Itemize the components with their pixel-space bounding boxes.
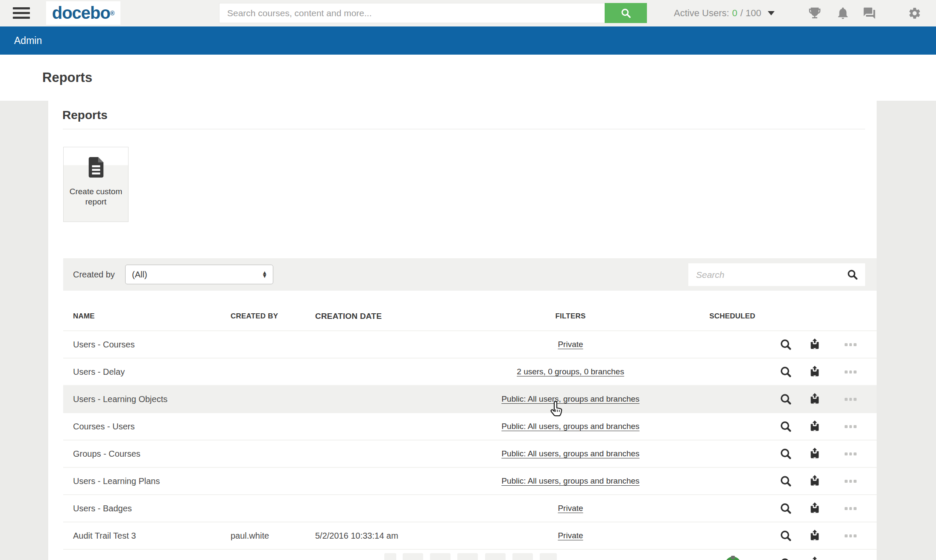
report-filters-cell: Public: All users, groups and branches xyxy=(464,440,677,467)
report-name: Groups - Courses xyxy=(73,440,140,467)
panel-heading: Reports xyxy=(62,108,108,122)
export-icon[interactable] xyxy=(809,557,821,560)
gamification-trophy-icon[interactable] xyxy=(808,6,822,20)
created-by-select[interactable]: (All) ▲▼ xyxy=(125,265,273,284)
table-row: Courses - UsersPublic: All users, groups… xyxy=(63,413,877,440)
pagination-button[interactable] xyxy=(485,553,506,560)
create-custom-report-card[interactable]: Create custom report xyxy=(63,147,129,222)
table-row: Users - Learning PlansPublic: All users,… xyxy=(63,468,877,495)
report-filters-cell: Public: All users, groups and branches xyxy=(464,468,677,494)
global-search xyxy=(219,3,647,23)
export-icon[interactable] xyxy=(809,530,821,542)
table-body: Users - CoursesPrivateUsers - Delay2 use… xyxy=(63,331,877,550)
report-filters-link[interactable]: Public: All users, groups and branches xyxy=(501,449,639,458)
global-search-button[interactable] xyxy=(605,3,647,23)
table-header-row: NAME CREATED BY CREATION DATE FILTERS SC… xyxy=(63,301,877,331)
column-header-scheduled[interactable]: SCHEDULED xyxy=(626,301,839,331)
more-options-icon[interactable] xyxy=(845,397,857,401)
report-filters-link[interactable]: Private xyxy=(558,504,583,513)
report-search xyxy=(688,263,865,286)
settings-gear-icon[interactable] xyxy=(908,6,921,20)
report-filters-link[interactable]: Public: All users, groups and branches xyxy=(501,476,639,486)
preview-icon[interactable] xyxy=(780,420,792,432)
report-name: Courses - Users xyxy=(73,413,135,440)
pagination-button[interactable] xyxy=(540,553,557,560)
table-row: Audit Trail Test 3paul.white5/2/2016 10:… xyxy=(63,522,877,550)
column-header-created-by[interactable]: CREATED BY xyxy=(231,301,278,331)
hamburger-menu-icon[interactable] xyxy=(13,7,30,19)
report-search-input[interactable] xyxy=(688,270,847,280)
report-filters-cell: 2 users, 0 groups, 0 branches xyxy=(464,359,677,385)
table-row: Users - Learning ObjectsPublic: All user… xyxy=(63,386,877,413)
reports-panel: Reports Create custom report Created by … xyxy=(48,101,877,560)
active-users-dropdown[interactable]: Active Users: 0 / 100 xyxy=(674,0,775,26)
report-filters-link[interactable]: Private xyxy=(558,340,583,349)
preview-icon[interactable] xyxy=(780,366,792,378)
active-users-label: Active Users: xyxy=(674,8,729,19)
select-updown-icon: ▲▼ xyxy=(262,271,267,278)
pagination-button[interactable] xyxy=(403,553,423,560)
report-filters-cell: Private xyxy=(464,522,677,549)
export-icon[interactable] xyxy=(809,448,821,460)
pagination-button[interactable] xyxy=(430,553,450,560)
filter-bar: Created by (All) ▲▼ xyxy=(63,258,877,291)
heading-divider xyxy=(63,129,865,129)
report-name: Users - Courses xyxy=(73,331,135,358)
page-title-band: Reports xyxy=(0,55,936,101)
messages-chat-icon[interactable] xyxy=(863,6,876,20)
preview-icon[interactable] xyxy=(780,393,792,405)
report-name: Users - Delay xyxy=(73,359,125,385)
search-icon xyxy=(620,8,632,19)
report-name: Users - Learning Objects xyxy=(73,386,167,412)
column-header-creation-date[interactable]: CREATION DATE xyxy=(315,301,382,331)
create-card-label: Create custom report xyxy=(64,187,128,207)
more-options-icon[interactable] xyxy=(845,534,857,538)
logo-text: docebo xyxy=(52,3,110,23)
report-name: Audit Trail Test 3 xyxy=(73,522,136,549)
report-filters-cell: Public: All users, groups and branches xyxy=(464,386,677,412)
table-row: Users - CoursesPrivate xyxy=(63,331,877,359)
global-search-input[interactable] xyxy=(219,3,605,23)
search-icon[interactable] xyxy=(847,269,858,280)
column-header-name[interactable]: NAME xyxy=(73,301,95,331)
export-icon[interactable] xyxy=(809,475,821,487)
report-filters-cell: Private xyxy=(464,331,677,358)
pagination-button[interactable] xyxy=(512,553,533,560)
document-icon xyxy=(86,156,106,180)
pagination-button[interactable] xyxy=(457,553,478,560)
export-icon[interactable] xyxy=(809,420,821,432)
more-options-icon[interactable] xyxy=(845,479,857,483)
active-users-count: 0 xyxy=(732,8,737,19)
more-options-icon[interactable] xyxy=(845,506,857,510)
export-icon[interactable] xyxy=(809,502,821,514)
table-row: Users - BadgesPrivate xyxy=(63,495,877,522)
preview-icon[interactable] xyxy=(780,338,792,350)
table-row: Groups - CoursesPublic: All users, group… xyxy=(63,440,877,468)
reports-table: NAME CREATED BY CREATION DATE FILTERS SC… xyxy=(63,301,877,560)
pagination-button[interactable] xyxy=(384,553,396,560)
export-icon[interactable] xyxy=(809,393,821,405)
more-options-icon[interactable] xyxy=(845,424,857,429)
preview-icon[interactable] xyxy=(780,530,792,542)
scheduled-indicator-icon xyxy=(725,557,741,560)
docebo-logo[interactable]: docebo® xyxy=(46,1,120,25)
preview-icon[interactable] xyxy=(780,475,792,487)
preview-icon[interactable] xyxy=(780,557,792,560)
created-by-label: Created by xyxy=(73,258,115,291)
export-icon[interactable] xyxy=(809,366,821,378)
notifications-bell-icon[interactable] xyxy=(836,6,850,20)
report-filters-link[interactable]: 2 users, 0 groups, 0 branches xyxy=(517,367,624,376)
logo-registered-mark: ® xyxy=(110,10,114,17)
report-filters-link[interactable]: Public: All users, groups and branches xyxy=(501,422,639,431)
page-title: Reports xyxy=(42,70,92,85)
more-options-icon[interactable] xyxy=(845,342,857,347)
admin-breadcrumb[interactable]: Admin xyxy=(14,35,42,47)
report-filters-link[interactable]: Public: All users, groups and branches xyxy=(501,394,639,404)
report-filters-link[interactable]: Private xyxy=(558,531,583,540)
report-name: Users - Learning Plans xyxy=(73,468,160,494)
preview-icon[interactable] xyxy=(780,502,792,514)
preview-icon[interactable] xyxy=(780,448,792,460)
more-options-icon[interactable] xyxy=(845,370,857,374)
export-icon[interactable] xyxy=(809,338,821,350)
more-options-icon[interactable] xyxy=(845,452,857,456)
